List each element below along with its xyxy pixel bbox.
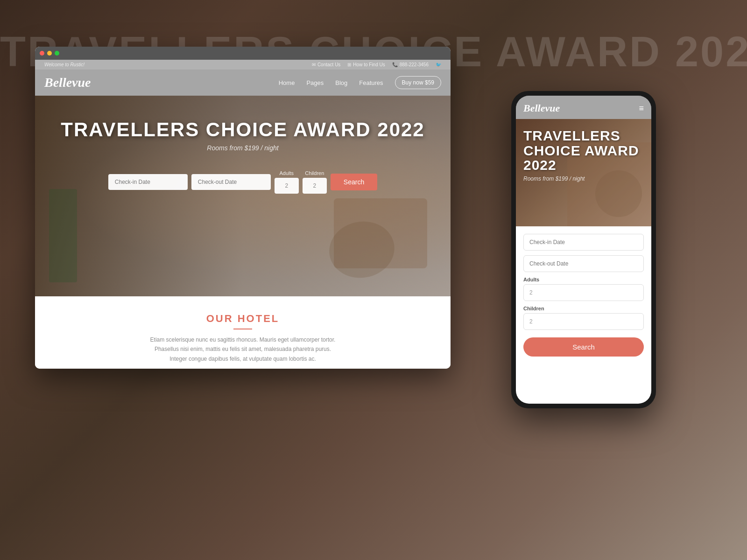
desktop-search-button[interactable]: Search	[331, 174, 377, 190]
adults-group: Adults	[275, 170, 299, 194]
mobile-search-button[interactable]: Search	[523, 337, 644, 357]
browser-maximize-dot	[55, 51, 59, 56]
adults-input[interactable]	[275, 178, 299, 194]
adults-label: Adults	[275, 170, 299, 176]
nav-blog[interactable]: Blog	[335, 79, 347, 86]
mobile-adults-group: Adults	[523, 277, 644, 301]
mobile-booking-area: Adults Children Search	[516, 226, 651, 364]
mobile-checkin-input[interactable]	[523, 234, 644, 251]
contact-info: ✉ Contact Us ⊞ How to Find Us 📞 888-222-…	[312, 62, 441, 67]
map-icon: ⊞	[347, 62, 351, 67]
hamburger-menu-icon[interactable]: ≡	[639, 104, 644, 113]
main-navigation: Bellevue Home Pages Blog Features Buy no…	[35, 70, 451, 96]
mobile-children-group: Children	[523, 306, 644, 330]
booking-form: Adults Children Search	[35, 170, 451, 194]
browser-minimize-dot	[47, 51, 52, 56]
checkin-input[interactable]	[108, 174, 188, 190]
map-link[interactable]: ⊞ How to Find Us	[347, 62, 385, 67]
top-info-bar: Welcome to Rustic! ✉ Contact Us ⊞ How to…	[35, 60, 451, 70]
nav-links: Home Pages Blog Features Buy now $59	[279, 76, 441, 89]
nav-pages[interactable]: Pages	[306, 79, 324, 86]
hero-section: TRAVELLERS CHOICE AWARD 2022 Rooms from …	[35, 96, 451, 296]
browser-toolbar	[35, 47, 451, 60]
nav-home[interactable]: Home	[279, 79, 295, 86]
hero-content: TRAVELLERS CHOICE AWARD 2022 Rooms from …	[35, 96, 451, 194]
contact-link[interactable]: ✉ Contact Us	[312, 62, 340, 67]
hotel-section-title: OUR HOTEL	[49, 313, 437, 325]
desktop-hero-subtitle: Rooms from $199 / night	[35, 144, 451, 152]
mobile-hero-content: TRAVELLERS CHOICE AWARD 2022 Rooms from …	[523, 128, 644, 182]
checkout-input[interactable]	[191, 174, 271, 190]
section-divider	[233, 329, 252, 329]
mobile-hero-subtitle: Rooms from $199 / night	[523, 175, 644, 182]
buy-now-button[interactable]: Buy now $59	[395, 76, 441, 89]
plant-shape	[49, 189, 77, 282]
mobile-children-input[interactable]	[523, 313, 644, 330]
mobile-adults-label: Adults	[523, 277, 644, 282]
welcome-text: Welcome to Rustic!	[44, 62, 85, 67]
desktop-logo: Bellevue	[44, 75, 91, 90]
mobile-checkout-input[interactable]	[523, 255, 644, 272]
mobile-logo: Bellevue	[523, 102, 560, 114]
mobile-screen: Bellevue ≡ TRAVELLERS CHOICE AWARD 2022 …	[516, 96, 651, 404]
nav-features[interactable]: Features	[359, 79, 383, 86]
phone-info: 📞 888-222-3456	[392, 62, 429, 67]
desktop-hero-title: TRAVELLERS CHOICE AWARD 2022	[35, 119, 451, 140]
mobile-hero: TRAVELLERS CHOICE AWARD 2022 Rooms from …	[516, 119, 651, 226]
children-input[interactable]	[303, 178, 327, 194]
children-group: Children	[303, 170, 327, 194]
mobile-adults-input[interactable]	[523, 284, 644, 301]
mobile-children-label: Children	[523, 306, 644, 311]
twitter-icon[interactable]: 🐦	[436, 62, 441, 67]
phone-icon: 📞	[392, 62, 398, 67]
email-icon: ✉	[312, 62, 316, 67]
mobile-mockup: Bellevue ≡ TRAVELLERS CHOICE AWARD 2022 …	[511, 91, 656, 408]
hotel-section: OUR HOTEL Etiam scelerisque nunc eu sagi…	[35, 296, 451, 369]
mobile-header: Bellevue ≡	[516, 96, 651, 119]
mobile-hero-title: TRAVELLERS CHOICE AWARD 2022	[523, 128, 644, 173]
children-label: Children	[303, 170, 327, 176]
browser-close-dot	[40, 51, 44, 56]
desktop-mockup: Welcome to Rustic! ✉ Contact Us ⊞ How to…	[35, 47, 451, 369]
hotel-section-text: Etiam scelerisque nunc eu sagittis rhonc…	[49, 335, 437, 364]
